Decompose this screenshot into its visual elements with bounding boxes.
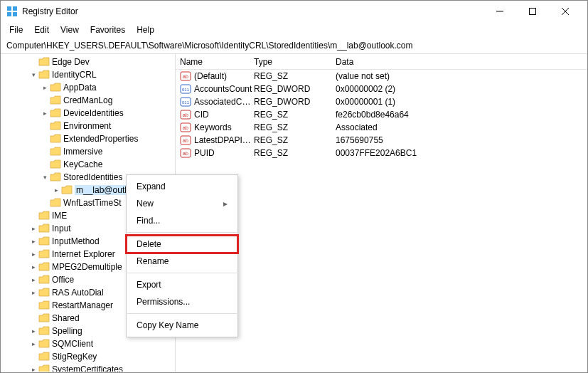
tree-item-label: StigRegKey	[52, 352, 97, 362]
list-row[interactable]: abLatestDPAPIKey...REG_SZ1675690755	[176, 134, 587, 147]
value-data: 00037FFE202A6BC1	[336, 148, 587, 158]
folder-icon	[50, 159, 61, 169]
close-button[interactable]	[549, 1, 582, 22]
folder-icon	[38, 352, 50, 362]
list-row[interactable]: 011AssociatedCountREG_DWORD0x00000001 (1…	[176, 95, 587, 108]
folder-icon	[38, 262, 50, 272]
folder-icon	[38, 339, 50, 349]
tree-item-label: Spelling	[52, 326, 82, 336]
chevron-icon[interactable]: ▸	[52, 186, 60, 194]
value-type: REG_SZ	[254, 122, 336, 132]
chevron-icon[interactable]: ▸	[29, 340, 38, 347]
chevron-icon[interactable]: ▸	[29, 251, 38, 258]
regedit-icon	[6, 6, 18, 17]
context-delete[interactable]: Delete	[127, 236, 237, 253]
tree-item-label: SQMClient	[52, 339, 93, 349]
svg-text:ab: ab	[183, 125, 188, 130]
value-type: REG_SZ	[254, 71, 336, 81]
tree-item[interactable]: Immersive	[1, 145, 175, 158]
chevron-icon[interactable]: ▾	[29, 71, 38, 78]
folder-icon	[50, 147, 61, 157]
menu-view[interactable]: View	[55, 23, 85, 36]
context-menu: Expand New▸ Find... Delete Rename Export…	[126, 174, 238, 337]
context-new[interactable]: New▸	[127, 195, 237, 212]
chevron-icon[interactable]: ▸	[29, 366, 38, 372]
context-permissions[interactable]: Permissions...	[127, 293, 237, 310]
tree-item[interactable]: ▸DeviceIdentities	[1, 107, 175, 120]
value-data: 1675690755	[336, 135, 587, 145]
list-row[interactable]: 011AccountsCountREG_DWORD0x00000002 (2)	[176, 83, 587, 95]
chevron-right-icon: ▸	[223, 199, 228, 209]
context-find[interactable]: Find...	[127, 212, 237, 229]
chevron-icon[interactable]: ▸	[29, 289, 38, 296]
tree-item-label: IME	[52, 211, 67, 221]
list-row[interactable]: abKeywordsREG_SZAssociated	[176, 121, 587, 134]
minimize-button[interactable]	[483, 1, 516, 22]
list-row[interactable]: ab(Default)REG_SZ(value not set)	[176, 70, 587, 83]
menu-edit[interactable]: Edit	[28, 23, 55, 36]
tree-item[interactable]: Environment	[1, 120, 175, 132]
tree-item-label: RAS AutoDial	[52, 288, 104, 298]
folder-icon	[38, 288, 50, 298]
chevron-icon[interactable]: ▾	[41, 174, 49, 181]
tree-item[interactable]: ▸SystemCertificates	[1, 363, 175, 372]
tree-item-label: Environment	[63, 121, 111, 131]
tree-item-label: DeviceIdentities	[63, 108, 124, 118]
folder-icon	[50, 198, 61, 208]
value-type: REG_DWORD	[254, 97, 336, 107]
tree-item[interactable]: ▸AppData	[1, 81, 175, 94]
tree-item-label: AppData	[63, 83, 97, 93]
chevron-icon[interactable]: ▸	[29, 327, 38, 335]
tree-item-label: m__lab@outl	[75, 185, 128, 195]
column-data[interactable]: Data	[336, 57, 587, 67]
tree-item-label: ExtendedProperties	[63, 134, 138, 144]
menu-help[interactable]: Help	[131, 23, 160, 36]
value-type-icon: 011	[180, 84, 191, 94]
chevron-icon[interactable]: ▸	[29, 263, 38, 270]
context-rename[interactable]: Rename	[127, 253, 237, 270]
context-expand[interactable]: Expand	[127, 178, 237, 195]
chevron-icon[interactable]: ▸	[41, 84, 49, 91]
tree-item[interactable]: KeyCache	[1, 158, 175, 171]
tree-item[interactable]: ExtendedProperties	[1, 132, 175, 145]
tree-item[interactable]: ▸SQMClient	[1, 337, 175, 350]
column-type[interactable]: Type	[254, 57, 336, 67]
list-header: Name Type Data	[176, 54, 587, 70]
tree-item-label: Immersive	[63, 147, 102, 157]
menu-favorites[interactable]: Favorites	[85, 23, 131, 36]
tree-item[interactable]: CredManLog	[1, 94, 175, 107]
column-name[interactable]: Name	[176, 57, 254, 67]
tree-item[interactable]: StigRegKey	[1, 350, 175, 363]
tree-item-label: SystemCertificates	[52, 364, 123, 372]
svg-text:ab: ab	[183, 112, 188, 117]
svg-rect-5	[530, 9, 536, 15]
folder-icon	[38, 249, 50, 259]
folder-icon	[38, 70, 50, 80]
context-export[interactable]: Export	[127, 276, 237, 293]
chevron-icon[interactable]: ▸	[29, 238, 38, 245]
tree-item-label: KeyCache	[63, 159, 102, 169]
tree-item-label: Shared	[52, 313, 80, 323]
tree-item[interactable]: Edge Dev	[1, 56, 175, 68]
value-type-icon: 011	[180, 97, 191, 107]
svg-text:ab: ab	[183, 138, 188, 143]
address-bar[interactable]: Computer\HKEY_USERS\.DEFAULT\Software\Mi…	[1, 38, 587, 54]
chevron-icon[interactable]: ▸	[29, 225, 38, 232]
folder-icon	[50, 108, 61, 118]
list-row[interactable]: abPUIDREG_SZ00037FFE202A6BC1	[176, 147, 587, 159]
tree-item-label: Input	[52, 224, 71, 233]
tree-item[interactable]: ▾IdentityCRL	[1, 68, 175, 81]
folder-icon	[38, 326, 50, 336]
chevron-icon[interactable]: ▸	[29, 276, 38, 283]
context-separator	[127, 313, 237, 314]
context-copy-key-name[interactable]: Copy Key Name	[127, 317, 237, 334]
menu-file[interactable]: File	[4, 23, 28, 36]
chevron-icon[interactable]: ▸	[41, 110, 49, 117]
folder-icon	[38, 211, 50, 221]
maximize-button[interactable]	[516, 1, 549, 22]
svg-rect-0	[7, 6, 11, 11]
list-row[interactable]: abCIDREG_SZfe26cb0bd8e46a64	[176, 108, 587, 121]
tree-item-label: Office	[52, 275, 74, 285]
folder-icon	[50, 83, 61, 93]
svg-rect-3	[13, 12, 17, 16]
